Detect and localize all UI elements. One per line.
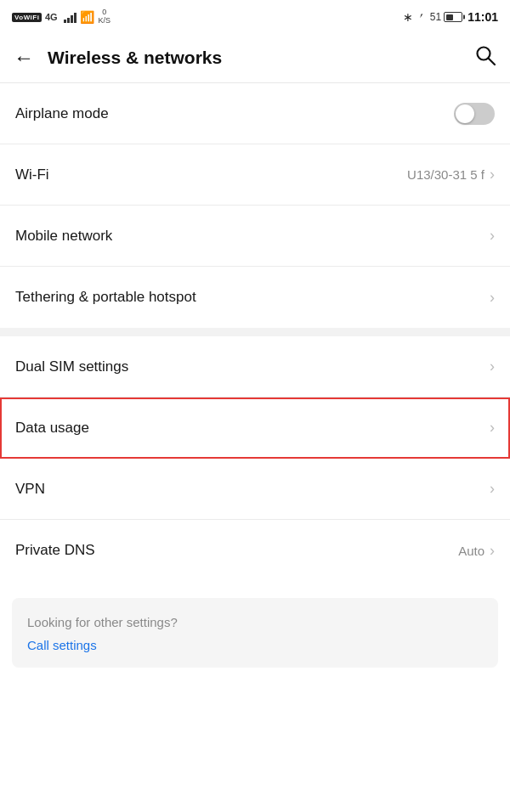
settings-item-tethering[interactable]: Tethering & portable hotspot › [0,267,510,328]
wifi-chevron-icon: › [490,166,495,183]
item-left-vpn: VPN [15,481,45,498]
dual-sim-label: Dual SIM settings [15,358,128,375]
svg-line-2 [489,58,496,65]
network-type-icon: 4G [45,10,60,25]
item-right-vpn: › [490,480,495,498]
wifi-status-icon: 📶 [80,10,94,24]
toggle-knob [456,104,474,123]
item-right-data-usage: › [490,419,495,437]
vpn-label: VPN [15,481,45,498]
settings-item-private-dns[interactable]: Private DNS Auto › [0,520,510,581]
battery-icon [444,12,462,22]
bluetooth-icon: ∗ [403,10,413,24]
tethering-chevron-icon: › [490,289,495,307]
call-settings-link[interactable]: Call settings [27,638,483,652]
section-divider [0,328,510,336]
settings-item-airplane-mode[interactable]: Airplane mode [0,83,510,144]
dual-sim-chevron-icon: › [490,358,495,375]
airplane-mode-label: Airplane mode [15,105,109,122]
item-left-airplane: Airplane mode [15,105,109,122]
settings-item-vpn[interactable]: VPN › [0,459,510,520]
search-button[interactable] [474,44,496,71]
item-right-wifi: U13/30-31 5 f › [407,166,495,183]
settings-section-1: Airplane mode Wi-Fi U13/30-31 5 f › Mobi… [0,83,510,328]
nav-bar: ← Wireless & networks [0,32,510,83]
status-right: ∗ ⎖ 51 11:01 [403,10,498,24]
vpn-chevron-icon: › [490,480,495,498]
private-dns-label: Private DNS [15,542,95,559]
mobile-chevron-icon: › [490,227,495,245]
item-left-private-dns: Private DNS [15,542,95,559]
item-left-wifi: Wi-Fi [15,166,49,183]
item-left-mobile: Mobile network [15,228,112,245]
data-usage-label: Data usage [15,420,89,437]
signal-bars [64,11,76,23]
wifi-label: Wi-Fi [15,166,49,183]
battery-percent: 51 [430,11,441,23]
status-left: VoWiFi 4G 📶 0 K/S [12,8,110,25]
item-right-airplane [454,103,495,125]
item-right-dual-sim: › [490,358,495,375]
settings-item-data-usage[interactable]: Data usage › [0,398,510,459]
footer-card: Looking for other settings? Call setting… [12,598,498,668]
settings-item-dual-sim[interactable]: Dual SIM settings › [0,336,510,398]
data-usage-chevron-icon: › [490,419,495,437]
data-speed: 0 K/S [98,8,110,25]
tethering-label: Tethering & portable hotspot [15,289,196,306]
wifi-value: U13/30-31 5 f [407,167,484,182]
item-left-data-usage: Data usage [15,420,89,437]
nav-left: ← Wireless & networks [14,48,222,68]
settings-section-2: Dual SIM settings › Data usage › VPN › P… [0,336,510,581]
wowifi-badge: VoWiFi [12,13,42,22]
vibrate-icon: ⎖ [418,11,425,24]
item-right-tethering: › [490,289,495,307]
item-right-mobile: › [490,227,495,245]
airplane-mode-toggle[interactable] [454,103,495,125]
battery-fill [446,14,454,20]
item-right-private-dns: Auto › [458,542,495,560]
private-dns-chevron-icon: › [490,542,495,560]
private-dns-value: Auto [458,544,484,558]
page-title: Wireless & networks [48,48,222,68]
status-bar: VoWiFi 4G 📶 0 K/S ∗ ⎖ 51 [0,0,510,32]
footer-card-text: Looking for other settings? [27,615,483,629]
clock: 11:01 [468,10,498,24]
battery-indicator: 51 [430,11,462,23]
item-left-tethering: Tethering & portable hotspot [15,289,196,306]
settings-item-mobile-network[interactable]: Mobile network › [0,206,510,267]
mobile-network-label: Mobile network [15,228,112,245]
settings-item-wifi[interactable]: Wi-Fi U13/30-31 5 f › [0,144,510,206]
svg-text:4G: 4G [45,12,58,22]
back-button[interactable]: ← [14,48,34,68]
item-left-dual-sim: Dual SIM settings [15,358,128,375]
